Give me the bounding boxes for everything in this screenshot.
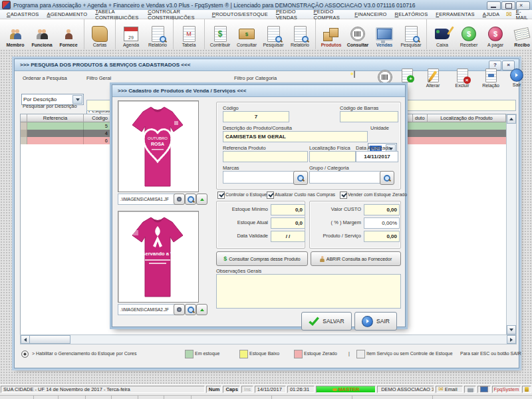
codigo-input[interactable]: 7 (223, 111, 289, 122)
localizacao-input[interactable] (309, 151, 356, 162)
vender-zerado-checkbox[interactable] (340, 192, 347, 200)
toolbar-pesquisar-contrib[interactable]: Pesquisar (260, 20, 287, 49)
webcam-button[interactable] (174, 304, 185, 315)
toolbar-tabela[interactable]: M Tabela (176, 20, 202, 49)
toolbar-receber[interactable]: $ Receber (456, 20, 482, 49)
menu-financeiro[interactable]: FINANCEIRO (350, 11, 390, 17)
col-localizacao[interactable]: Localização do Produto (428, 114, 506, 122)
toolbar-recibo[interactable]: Recibo (509, 20, 532, 49)
menu-cadastros[interactable]: CADASTROS (3, 11, 43, 17)
relacao-button[interactable]: Relação (477, 68, 504, 88)
status-email[interactable]: ✉ Email (436, 386, 463, 393)
toolbar-fornece[interactable]: Fornece (55, 20, 82, 49)
grupo-search-button[interactable] (380, 171, 394, 185)
search-icon (402, 25, 420, 43)
consultar-compras-button[interactable]: $ Consultar Compras desse Produto (216, 251, 308, 266)
status-ins: Ins (241, 386, 253, 393)
menu-agendamento[interactable]: AGENDAMENTO (43, 11, 91, 17)
scroll-right-icon[interactable] (507, 335, 516, 344)
col-codigo[interactable]: Código (84, 114, 110, 122)
estoque-minimo-input[interactable]: 0,0 (271, 204, 305, 215)
scroll-down-icon[interactable] (507, 325, 516, 334)
menu-tabela-contribuicoes[interactable]: TABELA CONTRIBUIÇÕES (91, 9, 144, 21)
dialog-title-bar[interactable]: >>> Cadastro de Produtos de Venda / Serv… (112, 85, 405, 97)
search-image-button[interactable] (185, 194, 196, 205)
toolbar-membro[interactable]: Membro (2, 20, 29, 49)
abrir-consulta-fornecedor-button[interactable]: ABRIR Consulta ao Fornecedor (311, 251, 401, 266)
vertical-scrollbar[interactable] (506, 114, 517, 335)
toolbar-cartas[interactable]: Cartas (86, 20, 113, 49)
key-icon (332, 388, 337, 391)
menu-produtos-estoque[interactable]: PRODUTOS/ESTOQUE (208, 11, 272, 17)
sair-window-button[interactable]: Sair (507, 68, 527, 88)
sair-button[interactable]: SAIR (354, 312, 397, 331)
margem-input[interactable]: 0,00% (364, 217, 400, 229)
data-validade-input[interactable]: / / (271, 231, 305, 242)
produto-servico-input[interactable]: 0,00 (364, 231, 400, 242)
scrollbar-thumb[interactable] (29, 335, 70, 344)
status-monitor[interactable] (477, 386, 491, 393)
toolbar-agenda[interactable]: 29 Agenda (118, 20, 144, 49)
toolbar-produtos[interactable]: Produtos (318, 20, 344, 49)
in-stock-label: Em estoque (195, 351, 219, 356)
observacao-textarea[interactable] (216, 274, 401, 309)
toolbar-funciona[interactable]: Funciona (29, 20, 55, 49)
image-tool-icon[interactable] (354, 71, 355, 77)
new-record-icon[interactable]: + (402, 68, 413, 82)
data-atualizado-input[interactable]: 14/11/2017 (356, 151, 398, 162)
menu-ajuda[interactable]: AJUDA (479, 11, 504, 17)
image1-path-input[interactable]: .\IMAGENS\CAMISA1.JF (118, 194, 176, 205)
status-bar: SUA CIDADE - UF 14 de Novembro de 2017 -… (0, 384, 532, 395)
search-icon (264, 25, 283, 43)
unidade-label: Unidade (370, 125, 389, 131)
minimize-button[interactable] (487, 1, 501, 10)
webcam-button[interactable] (174, 194, 185, 205)
load-image-button[interactable] (196, 304, 207, 315)
menu-controlar-contribuicoes[interactable]: CONTROLAR CONSTRIBUIÇÕES (144, 9, 207, 21)
status-printer[interactable] (464, 386, 476, 393)
grupo-input[interactable] (309, 171, 381, 184)
excluir-button[interactable]: × Excluir (450, 68, 475, 88)
image2-path-input[interactable]: .\IMAGENS\CAMISA2.JF (118, 304, 176, 315)
atualizar-custo-checkbox[interactable] (267, 192, 274, 200)
toolbar-relatorio-2[interactable]: Relatório (287, 20, 313, 49)
data-atualizado-label: Data Atualizado (356, 145, 391, 151)
marcas-input[interactable] (223, 171, 295, 184)
estoque-atual-label: Estoque Atual (220, 219, 268, 225)
barras-input[interactable] (340, 111, 398, 122)
toolbar-caixa[interactable]: Caixa (429, 20, 456, 49)
horizontal-scrollbar[interactable] (20, 334, 517, 344)
valor-custo-input[interactable]: 0,00 (364, 204, 400, 215)
barcode-tool-icon[interactable] (378, 70, 392, 84)
mail-icon: ✉ (506, 11, 511, 18)
scroll-left-icon[interactable] (21, 335, 30, 344)
col-produto-partial[interactable]: duto (413, 114, 428, 122)
menu-pedido-compras[interactable]: PEDIDO COMPRAS (310, 9, 351, 21)
menu-email[interactable]: E-MAIL (512, 9, 532, 21)
col-referencia[interactable]: Referencia (27, 114, 84, 122)
controlar-estoque-checkbox[interactable] (217, 192, 225, 200)
descricao-input[interactable]: CAMISETAS EM GERAL (223, 131, 368, 142)
marcas-search-button[interactable] (293, 171, 308, 185)
toolbar-vendas[interactable]: Vendas (371, 20, 398, 49)
toolbar-apagar[interactable]: $ A pagar (482, 20, 509, 49)
scroll-up-icon[interactable] (507, 114, 516, 124)
main-toolbar: Membro Funciona Fornece Cartas 29 Agenda… (0, 19, 532, 50)
toolbar-consultar-produtos[interactable]: Consultar (344, 20, 371, 49)
printer-icon (467, 387, 473, 392)
app-title: Programa para Associação + Agenda + Fina… (13, 2, 415, 9)
toolbar-relatorio-1[interactable]: Relatório (144, 20, 171, 49)
toolbar-contribuir[interactable]: $ Contribuir (207, 20, 233, 49)
toolbar-pesquisar-produtos[interactable]: Pesquisar (398, 20, 424, 49)
menu-relatorios[interactable]: RELATÓRIOS (391, 11, 432, 17)
menu-pedido-vendas[interactable]: PEDIDO VENDAS (272, 9, 310, 21)
salvar-button[interactable]: SALVAR (301, 312, 352, 331)
menu-ferramentas[interactable]: FERRAMENTAS (432, 11, 478, 17)
stock-colors-toggle[interactable] (21, 350, 29, 358)
referencia-input[interactable] (223, 151, 308, 162)
alterar-button[interactable]: Alterar (422, 68, 444, 88)
estoque-atual-input[interactable]: 0,0 (271, 217, 305, 229)
load-image-button[interactable] (196, 194, 207, 205)
search-image-button[interactable] (185, 304, 196, 315)
toolbar-consultar-contrib[interactable]: $ Consultar (233, 20, 260, 49)
